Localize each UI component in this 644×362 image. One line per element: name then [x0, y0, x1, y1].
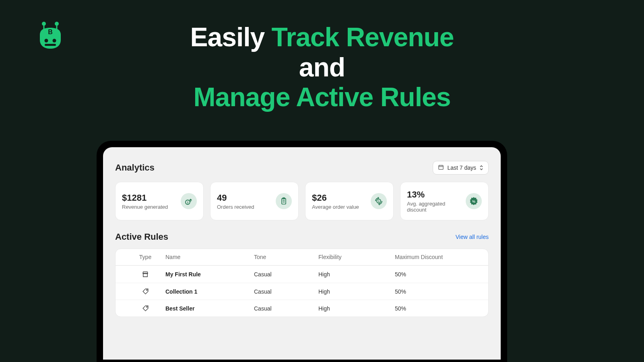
store-icon: [125, 271, 165, 278]
col-type: Type: [125, 254, 165, 260]
metric-value: $1281: [122, 193, 168, 203]
device-frame: Analytics Last 7 days $1281: [97, 141, 507, 362]
analytics-title: Analytics: [115, 162, 155, 173]
rule-tone: Casual: [254, 271, 318, 278]
metric-card-discount: 13% Avg. aggregated discount %: [400, 182, 489, 220]
date-range-select[interactable]: Last 7 days: [433, 161, 489, 175]
rule-max-discount: 50%: [395, 305, 479, 312]
table-header: Type Name Tone Flexibility Maximum Disco…: [116, 249, 488, 265]
rule-name: My First Rule: [165, 271, 254, 278]
rules-title: Active Rules: [115, 232, 168, 242]
col-name: Name: [165, 254, 254, 260]
rule-flexibility: High: [318, 288, 395, 295]
svg-text:$: $: [378, 200, 380, 203]
rule-tone: Casual: [254, 305, 318, 312]
metric-label: Avg. aggregated discount: [407, 201, 466, 213]
svg-point-22: [146, 290, 147, 290]
metric-value: $26: [312, 193, 359, 203]
calendar-icon: [438, 164, 444, 171]
view-all-rules-link[interactable]: View all rules: [456, 234, 489, 240]
app-screen: Analytics Last 7 days $1281: [103, 147, 501, 360]
metric-label: Orders received: [217, 204, 254, 210]
hero-headline: Easily Track Revenue and Manage Active R…: [0, 22, 644, 112]
metric-card-orders: 49 Orders received: [210, 182, 299, 220]
metric-label: Revenue generated: [122, 204, 168, 210]
metric-value: 13%: [407, 189, 466, 200]
rule-name: Best Seller: [165, 305, 254, 312]
svg-rect-8: [439, 165, 443, 169]
metric-card-aov: $26 Average order value $: [305, 182, 394, 220]
revenue-icon: $: [181, 193, 197, 209]
col-tone: Tone: [254, 254, 318, 260]
svg-text:$: $: [187, 201, 188, 204]
svg-point-23: [146, 306, 147, 307]
tag-icon: [125, 305, 165, 312]
col-flexibility: Flexibility: [318, 254, 395, 260]
rule-flexibility: High: [318, 271, 395, 278]
rules-table: Type Name Tone Flexibility Maximum Disco…: [115, 249, 489, 317]
orders-icon: [276, 193, 292, 209]
chevron-updown-icon: [479, 165, 483, 171]
table-row[interactable]: Collection 1 Casual High 50%: [116, 283, 488, 300]
discount-icon: %: [466, 193, 482, 209]
date-range-label: Last 7 days: [447, 165, 476, 171]
table-row[interactable]: My First Rule Casual High 50%: [116, 265, 488, 283]
aov-icon: $: [371, 193, 387, 209]
metric-cards: $1281 Revenue generated $ 49 Orders rece…: [115, 182, 489, 220]
svg-text:%: %: [472, 200, 475, 204]
rule-max-discount: 50%: [395, 271, 479, 278]
rule-max-discount: 50%: [395, 288, 479, 295]
rule-tone: Casual: [254, 288, 318, 295]
metric-label: Average order value: [312, 204, 359, 210]
metric-card-revenue: $1281 Revenue generated $: [115, 182, 204, 220]
rule-name: Collection 1: [165, 288, 254, 295]
metric-value: 49: [217, 193, 254, 203]
rule-flexibility: High: [318, 305, 395, 312]
tag-icon: [125, 288, 165, 295]
table-row[interactable]: Best Seller Casual High 50%: [116, 300, 488, 317]
col-max-discount: Maximum Discount: [395, 254, 479, 260]
